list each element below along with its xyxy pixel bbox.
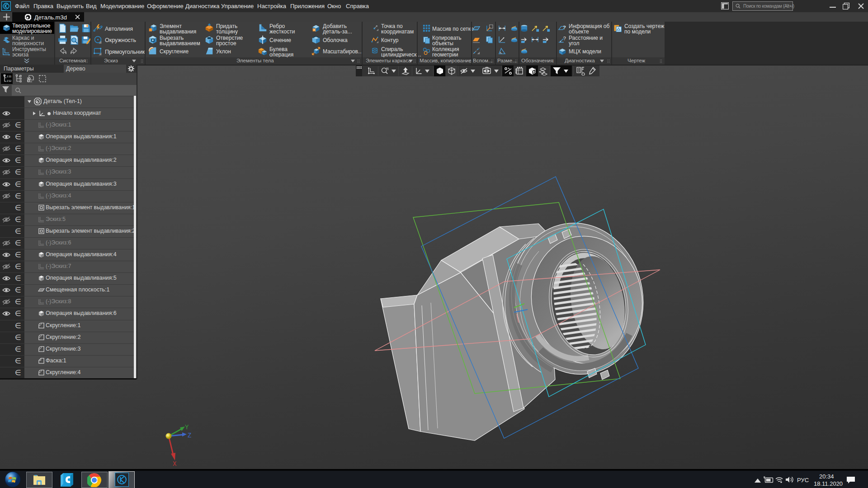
svg-text:X: X: [173, 460, 177, 468]
svg-text:212: 212: [7, 80, 11, 82]
svg-text:111: 111: [7, 75, 11, 78]
svg-text:Y: Y: [185, 424, 189, 431]
svg-text:Z: Z: [188, 432, 191, 439]
